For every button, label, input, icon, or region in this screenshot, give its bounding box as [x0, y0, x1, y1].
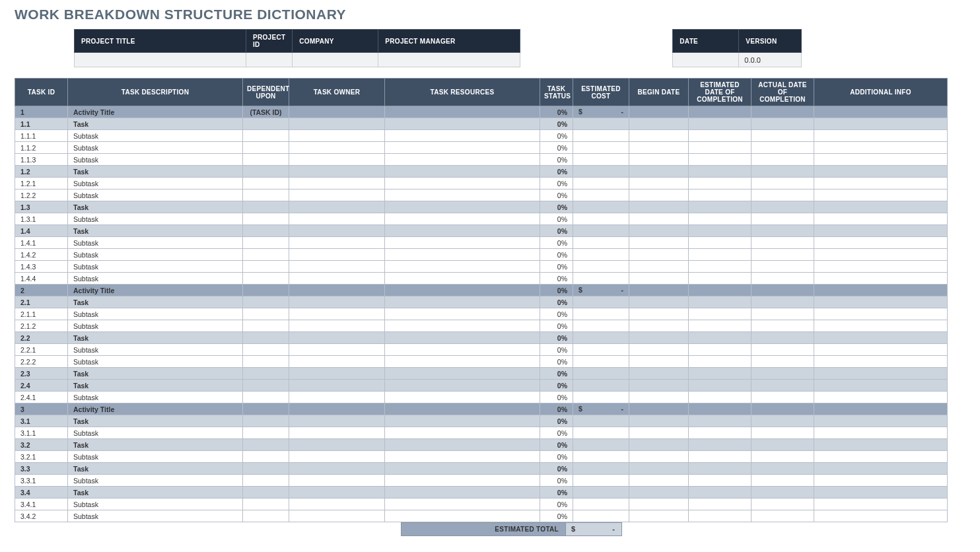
cell-begin-date[interactable] [629, 249, 689, 261]
cell-estimated-cost[interactable] [573, 487, 629, 499]
cell-task-id[interactable]: 3.1 [15, 415, 68, 427]
cell-task-resources[interactable] [385, 273, 540, 285]
cell-additional-info[interactable] [814, 201, 948, 213]
cell-task-owner[interactable] [289, 261, 385, 273]
cell-task-id[interactable]: 3.4 [15, 487, 68, 499]
cell-est-completion[interactable] [689, 201, 752, 213]
cell-additional-info[interactable] [814, 225, 948, 237]
cell-estimated-cost[interactable] [573, 249, 629, 261]
cell-act-completion[interactable] [752, 439, 814, 451]
cell-est-completion[interactable] [689, 261, 752, 273]
cell-est-completion[interactable] [689, 332, 752, 344]
cell-begin-date[interactable] [629, 392, 689, 403]
cell-task-status[interactable]: 0% [540, 427, 573, 439]
cell-task-status[interactable]: 0% [540, 475, 573, 487]
cell-task-id[interactable]: 2.1.1 [15, 308, 68, 320]
cell-task-owner[interactable] [289, 190, 385, 201]
cell-task-resources[interactable] [385, 261, 540, 273]
cell-dependent-upon[interactable] [243, 487, 289, 499]
cell-task-status[interactable]: 0% [540, 273, 573, 285]
cell-task-id[interactable]: 3.2 [15, 439, 68, 451]
cell-act-completion[interactable] [752, 380, 814, 392]
cell-task-status[interactable]: 0% [540, 178, 573, 190]
cell-task-owner[interactable] [289, 308, 385, 320]
cell-task-resources[interactable] [385, 166, 540, 178]
cell-additional-info[interactable] [814, 261, 948, 273]
cell-task-owner[interactable] [289, 463, 385, 475]
cell-est-completion[interactable] [689, 344, 752, 356]
cell-task-id[interactable]: 2.1 [15, 296, 68, 308]
cell-est-completion[interactable] [689, 154, 752, 166]
cell-act-completion[interactable] [752, 463, 814, 475]
cell-task-status[interactable]: 0% [540, 118, 573, 130]
cell-description[interactable]: Subtask [68, 344, 243, 356]
cell-begin-date[interactable] [629, 356, 689, 368]
cell-dependent-upon[interactable] [243, 308, 289, 320]
cell-dependent-upon[interactable] [243, 166, 289, 178]
cell-task-status[interactable]: 0% [540, 344, 573, 356]
cell-task-status[interactable]: 0% [540, 451, 573, 463]
cell-begin-date[interactable] [629, 403, 689, 415]
cell-description[interactable]: Activity Title [68, 106, 243, 118]
cell-description[interactable]: Task [68, 296, 243, 308]
cell-dependent-upon[interactable] [243, 499, 289, 510]
cell-task-id[interactable]: 2.2.2 [15, 356, 68, 368]
cell-dependent-upon[interactable] [243, 154, 289, 166]
cell-est-completion[interactable] [689, 273, 752, 285]
cell-task-resources[interactable] [385, 415, 540, 427]
cell-additional-info[interactable] [814, 178, 948, 190]
cell-description[interactable]: Task [68, 463, 243, 475]
cell-additional-info[interactable] [814, 380, 948, 392]
cell-task-id[interactable]: 2 [15, 285, 68, 296]
cell-task-resources[interactable] [385, 249, 540, 261]
cell-task-resources[interactable] [385, 403, 540, 415]
cell-task-status[interactable]: 0% [540, 380, 573, 392]
cell-description[interactable]: Subtask [68, 190, 243, 201]
cell-est-completion[interactable] [689, 285, 752, 296]
cell-task-id[interactable]: 1.2.1 [15, 178, 68, 190]
cell-est-completion[interactable] [689, 451, 752, 463]
cell-est-completion[interactable] [689, 296, 752, 308]
cell-task-status[interactable]: 0% [540, 308, 573, 320]
cell-act-completion[interactable] [752, 368, 814, 380]
cell-description[interactable]: Task [68, 201, 243, 213]
cell-task-owner[interactable] [289, 285, 385, 296]
cell-description[interactable]: Subtask [68, 499, 243, 510]
cell-task-resources[interactable] [385, 296, 540, 308]
cell-begin-date[interactable] [629, 178, 689, 190]
cell-description[interactable]: Task [68, 439, 243, 451]
cell-task-id[interactable]: 3.1.1 [15, 427, 68, 439]
cell-begin-date[interactable] [629, 237, 689, 249]
cell-task-status[interactable]: 0% [540, 166, 573, 178]
cell-task-status[interactable]: 0% [540, 130, 573, 142]
cell-dependent-upon[interactable] [243, 201, 289, 213]
cell-act-completion[interactable] [752, 166, 814, 178]
cell-dependent-upon[interactable] [243, 296, 289, 308]
cell-act-completion[interactable] [752, 213, 814, 225]
cell-begin-date[interactable] [629, 487, 689, 499]
cell-task-id[interactable]: 2.4 [15, 380, 68, 392]
cell-dependent-upon[interactable] [243, 475, 289, 487]
cell-additional-info[interactable] [814, 320, 948, 332]
cell-dependent-upon[interactable]: (TASK ID) [243, 106, 289, 118]
cell-act-completion[interactable] [752, 118, 814, 130]
cell-task-owner[interactable] [289, 118, 385, 130]
cell-task-id[interactable]: 1.2.2 [15, 190, 68, 201]
cell-est-completion[interactable] [689, 427, 752, 439]
cell-task-resources[interactable] [385, 213, 540, 225]
cell-estimated-cost[interactable] [573, 273, 629, 285]
cell-task-owner[interactable] [289, 213, 385, 225]
cell-task-id[interactable]: 1.3 [15, 201, 68, 213]
cell-est-completion[interactable] [689, 415, 752, 427]
cell-additional-info[interactable] [814, 332, 948, 344]
cell-task-resources[interactable] [385, 308, 540, 320]
cell-begin-date[interactable] [629, 499, 689, 510]
cell-task-owner[interactable] [289, 249, 385, 261]
cell-est-completion[interactable] [689, 510, 752, 522]
cell-additional-info[interactable] [814, 475, 948, 487]
cell-estimated-cost[interactable] [573, 178, 629, 190]
cell-task-status[interactable]: 0% [540, 510, 573, 522]
cell-begin-date[interactable] [629, 285, 689, 296]
cell-act-completion[interactable] [752, 296, 814, 308]
cell-est-completion[interactable] [689, 190, 752, 201]
